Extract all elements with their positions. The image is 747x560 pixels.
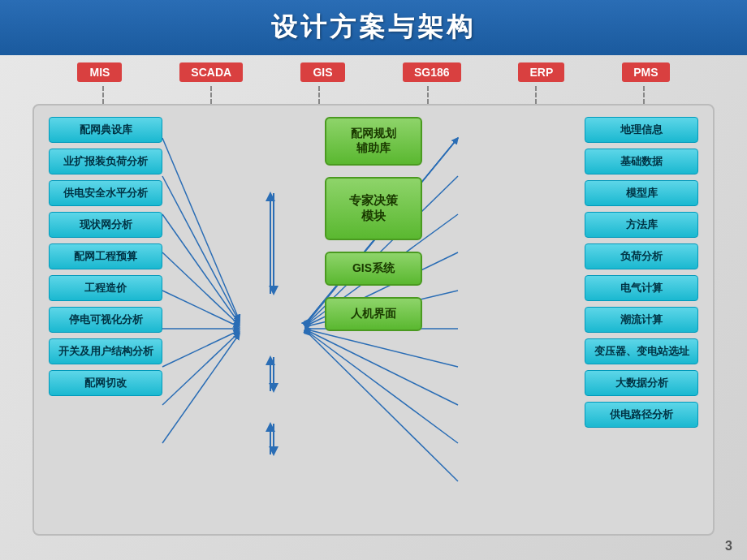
svg-line-2 bbox=[162, 214, 240, 324]
left-column: 配网典设库 业扩报装负荷分析 供电安全水平分析 现状网分析 配网工程预算 工程造… bbox=[49, 117, 162, 396]
left-item-1: 配网典设库 bbox=[49, 117, 162, 143]
left-item-7: 停电可视化分析 bbox=[49, 307, 162, 333]
right-item-6: 电气计算 bbox=[585, 275, 698, 301]
label-erp: ERP bbox=[518, 62, 564, 82]
right-item-10: 供电路径分析 bbox=[585, 402, 698, 428]
label-sg186: SG186 bbox=[403, 62, 461, 82]
dashed-lines bbox=[49, 86, 698, 104]
right-item-2: 基础数据 bbox=[585, 149, 698, 174]
dashed-line-1 bbox=[102, 86, 104, 104]
center-gis: GIS系统 bbox=[325, 252, 422, 286]
svg-line-4 bbox=[162, 291, 240, 327]
dashed-line-3 bbox=[318, 86, 320, 104]
svg-line-7 bbox=[162, 332, 240, 405]
right-item-9: 大数据分析 bbox=[585, 370, 698, 396]
right-item-1: 地理信息 bbox=[585, 117, 698, 143]
header-title: 设计方案与架构 bbox=[271, 10, 476, 45]
svg-line-3 bbox=[162, 252, 240, 325]
dashed-line-6 bbox=[643, 86, 645, 104]
left-item-3: 供电安全水平分析 bbox=[49, 180, 162, 206]
left-item-6: 工程造价 bbox=[49, 275, 162, 301]
svg-line-6 bbox=[162, 330, 240, 367]
svg-line-20 bbox=[310, 335, 458, 481]
label-gis: GIS bbox=[300, 62, 345, 82]
top-labels-row: MIS SCADA GIS SG186 ERP PMS bbox=[49, 58, 698, 86]
center-column: 配网规划辅助库 专家决策模块 GIS系统 人机界面 bbox=[317, 117, 430, 331]
svg-line-18 bbox=[310, 332, 458, 405]
left-item-5: 配网工程预算 bbox=[49, 243, 162, 269]
center-peiw-lib: 配网规划辅助库 bbox=[325, 117, 422, 166]
center-hmi: 人机界面 bbox=[325, 297, 422, 331]
right-item-3: 模型库 bbox=[585, 180, 698, 206]
label-mis: MIS bbox=[77, 62, 122, 82]
label-scada: SCADA bbox=[179, 62, 243, 82]
dashed-line-4 bbox=[427, 86, 429, 104]
left-item-2: 业扩报装负荷分析 bbox=[49, 149, 162, 174]
svg-line-0 bbox=[162, 138, 240, 321]
center-expert-module: 专家决策模块 bbox=[325, 177, 422, 240]
left-item-8: 开关及用户结构分析 bbox=[49, 338, 162, 364]
svg-line-1 bbox=[162, 176, 240, 322]
label-pms: PMS bbox=[622, 62, 669, 82]
header-bar: 设计方案与架构 bbox=[0, 0, 747, 55]
right-item-4: 方法库 bbox=[585, 212, 698, 238]
page-number: 3 bbox=[725, 539, 732, 554]
right-item-7: 潮流计算 bbox=[585, 307, 698, 333]
svg-line-17 bbox=[310, 330, 458, 367]
left-item-4: 现状网分析 bbox=[49, 212, 162, 238]
svg-line-19 bbox=[310, 334, 458, 443]
right-item-8: 变压器、变电站选址 bbox=[585, 338, 698, 364]
left-item-9: 配网切改 bbox=[49, 370, 162, 396]
right-item-5: 负荷分析 bbox=[585, 243, 698, 269]
dashed-line-5 bbox=[535, 86, 537, 104]
svg-line-8 bbox=[162, 334, 240, 443]
main-area: 配网典设库 业扩报装负荷分析 供电安全水平分析 现状网分析 配网工程预算 工程造… bbox=[32, 104, 715, 536]
dashed-line-2 bbox=[210, 86, 212, 104]
right-column: 地理信息 基础数据 模型库 方法库 负荷分析 电气计算 潮流计算 变压器、变电站… bbox=[585, 117, 698, 428]
